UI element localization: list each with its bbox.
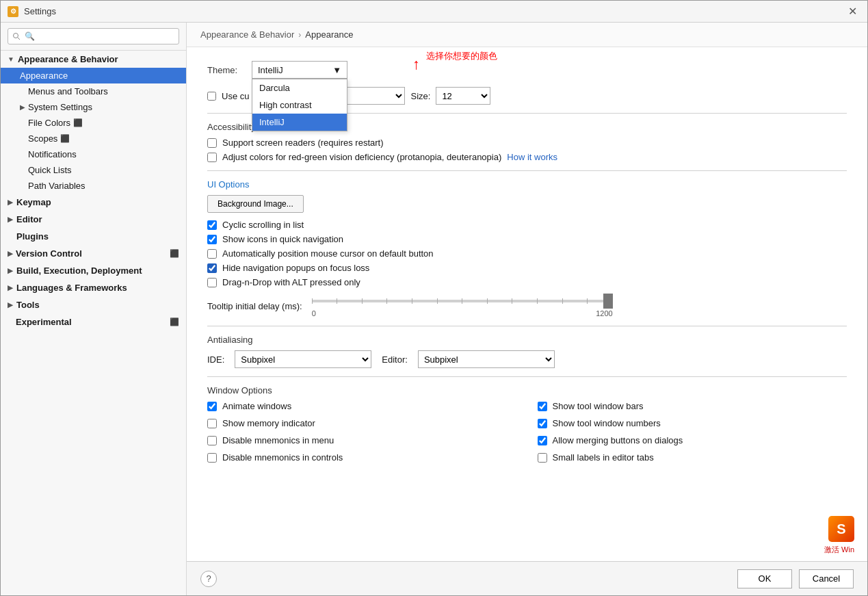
- theme-option-high-contrast[interactable]: High contrast: [252, 96, 347, 114]
- tick: [437, 298, 438, 304]
- show-memory-label: Show memory indicator: [222, 418, 315, 428]
- watermark-icon: S: [828, 516, 854, 542]
- disable-mnemonics-controls-checkbox[interactable]: [207, 453, 217, 463]
- theme-option-darcula[interactable]: Darcula: [252, 79, 347, 96]
- window-options-title: Window Options: [207, 385, 847, 396]
- auto-position-checkbox[interactable]: [207, 249, 217, 259]
- sidebar-group-label: Appearance & Behavior: [18, 54, 118, 64]
- divider-ui-options: [207, 170, 847, 171]
- main-content: ▼ Appearance & Behavior Appearance Menus…: [1, 23, 867, 595]
- sidebar-group-experimental[interactable]: ▶ Experimental ⬛: [1, 313, 186, 331]
- sidebar-group-appearance-behavior[interactable]: ▼ Appearance & Behavior: [1, 51, 186, 68]
- sidebar-group-build[interactable]: ▶ Build, Execution, Deployment: [1, 262, 186, 279]
- help-button[interactable]: ?: [200, 571, 217, 587]
- use-custom-font-checkbox[interactable]: [207, 92, 216, 101]
- title-bar-left: ⚙ Settings: [8, 6, 56, 17]
- sidebar-item-scopes[interactable]: Scopes ⬛: [1, 131, 186, 146]
- right-panel: Appearance & Behavior › Appearance Theme…: [187, 23, 867, 595]
- theme-dropdown-button[interactable]: IntelliJ ▼: [252, 61, 347, 79]
- ui-options-title: UI Options: [207, 179, 847, 190]
- divider-window-options: [207, 376, 847, 377]
- theme-option-intellij[interactable]: IntelliJ: [252, 114, 347, 131]
- cancel-button[interactable]: Cancel: [799, 569, 854, 588]
- app-icon: ⚙: [8, 6, 18, 17]
- drag-drop-label: Drag-n-Drop with ALT pressed only: [222, 277, 360, 287]
- keymap-arrow: ▶: [8, 198, 13, 206]
- font-size-select[interactable]: 12: [436, 87, 490, 105]
- tooltip-delay-row: Tooltip initial delay (ms):: [207, 294, 847, 318]
- auto-position-label: Automatically position mouse cursor on d…: [222, 248, 434, 259]
- sidebar-group-version-control[interactable]: ▶ Version Control ⬛: [1, 245, 186, 262]
- editor-label: Editor: [16, 214, 42, 224]
- slider-ticks: [312, 298, 613, 304]
- sidebar-group-plugins[interactable]: ▶ Plugins: [1, 228, 186, 245]
- disable-mnemonics-menu-label: Disable mnemonics in menu: [222, 435, 334, 445]
- small-labels-row: Small labels in editor tabs: [538, 452, 847, 463]
- close-button[interactable]: ✕: [844, 3, 860, 20]
- search-box: [1, 23, 186, 51]
- show-tool-numbers-label: Show tool window numbers: [553, 418, 661, 428]
- sidebar-group-editor[interactable]: ▶ Editor: [1, 211, 186, 228]
- show-tool-window-numbers-row: Show tool window numbers: [538, 418, 847, 428]
- watermark-text: 激活 Win: [824, 545, 854, 555]
- show-tool-bars-checkbox[interactable]: [538, 402, 547, 411]
- small-labels-checkbox[interactable]: [538, 453, 547, 463]
- hide-navigation-checkbox[interactable]: [207, 263, 217, 273]
- allow-merging-checkbox[interactable]: [538, 436, 547, 445]
- chevron-icon: ▶: [20, 103, 25, 111]
- sidebar-group-tools[interactable]: ▶ Tools: [1, 296, 186, 313]
- background-image-row: Background Image...: [207, 195, 847, 213]
- disable-mnemonics-controls-row: Disable mnemonics in controls: [207, 452, 517, 463]
- tick: [512, 298, 512, 304]
- sidebar-item-quick-lists[interactable]: Quick Lists: [1, 162, 186, 178]
- build-arrow: ▶: [8, 267, 13, 274]
- exp-icon: ⬛: [170, 318, 179, 326]
- exp-label: Experimental: [16, 317, 72, 327]
- search-input[interactable]: [8, 28, 179, 44]
- screen-readers-checkbox[interactable]: [207, 138, 217, 148]
- sidebar-item-appearance[interactable]: Appearance: [1, 68, 186, 83]
- adjust-colors-checkbox[interactable]: [207, 153, 217, 162]
- tools-label: Tools: [16, 300, 40, 310]
- sidebar-group-languages[interactable]: ▶ Languages & Frameworks: [1, 279, 186, 296]
- sidebar-item-menus-toolbars[interactable]: Menus and Toolbars: [1, 83, 186, 99]
- sidebar-group-keymap[interactable]: ▶ Keymap: [1, 194, 186, 211]
- disable-mnemonics-menu-checkbox[interactable]: [207, 436, 217, 445]
- editor-label: Editor:: [382, 354, 408, 365]
- editor-antialiasing-select[interactable]: Subpixel: [418, 350, 555, 368]
- show-memory-row: Show memory indicator: [207, 418, 517, 428]
- allow-merging-row: Allow merging buttons on dialogs: [538, 435, 847, 445]
- cyclic-scrolling-checkbox[interactable]: [207, 220, 217, 230]
- drag-drop-checkbox[interactable]: [207, 278, 217, 287]
- slider-max-label: 1200: [596, 309, 612, 318]
- divider-antialiasing: [207, 326, 847, 326]
- window-title: Settings: [24, 6, 56, 16]
- how-it-works-link[interactable]: How it works: [507, 152, 557, 162]
- build-label: Build, Execution, Deployment: [16, 265, 142, 276]
- show-memory-checkbox[interactable]: [207, 419, 217, 428]
- adjust-colors-row: Adjust colors for red-green vision defic…: [207, 152, 847, 162]
- animate-windows-row: Animate windows: [207, 401, 517, 411]
- ide-antialiasing-select[interactable]: Subpixel: [235, 350, 371, 368]
- animate-windows-checkbox[interactable]: [207, 402, 217, 411]
- breadcrumb-parent[interactable]: Appearance & Behavior: [200, 29, 294, 40]
- show-tool-window-bars-row: Show tool window bars: [538, 401, 847, 411]
- background-image-button[interactable]: Background Image...: [207, 195, 304, 213]
- sidebar-item-system-settings[interactable]: ▶ System Settings: [1, 99, 186, 115]
- breadcrumb-current: Appearance: [305, 29, 353, 40]
- drag-drop-row: Drag-n-Drop with ALT pressed only: [207, 277, 847, 287]
- tick: [312, 298, 313, 304]
- title-bar: ⚙ Settings ✕: [1, 1, 867, 23]
- slider-thumb[interactable]: [603, 294, 613, 309]
- tooltip-delay-label: Tooltip initial delay (ms):: [207, 301, 302, 311]
- sidebar-item-path-variables[interactable]: Path Variables: [1, 178, 186, 194]
- show-icons-checkbox[interactable]: [207, 235, 217, 244]
- file-colors-icon: ⬛: [73, 118, 83, 127]
- sidebar-item-file-colors[interactable]: File Colors ⬛: [1, 115, 186, 131]
- slider-track: [312, 294, 613, 308]
- show-tool-numbers-checkbox[interactable]: [538, 419, 547, 428]
- ok-button[interactable]: OK: [737, 569, 792, 588]
- sidebar-item-notifications[interactable]: Notifications: [1, 146, 186, 162]
- tick: [362, 298, 363, 304]
- theme-label: Theme:: [207, 65, 245, 75]
